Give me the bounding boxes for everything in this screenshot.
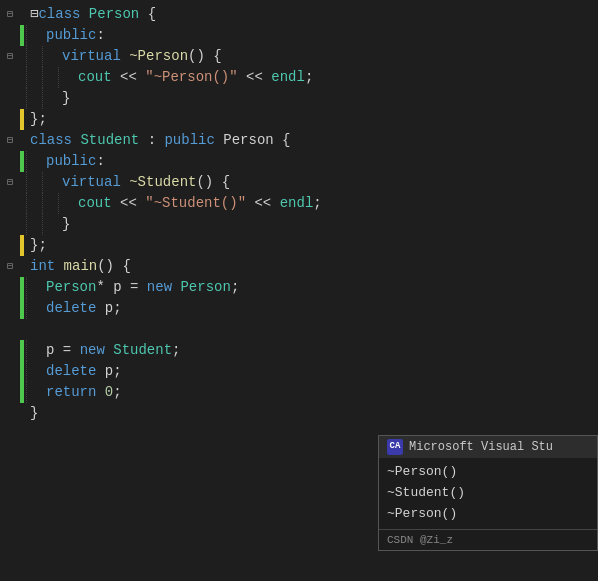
fold-button[interactable]: ⊟ xyxy=(7,52,13,62)
change-indicator xyxy=(20,277,24,298)
token: cout xyxy=(78,69,120,85)
token: p; xyxy=(105,300,122,316)
indent-guide xyxy=(26,88,42,109)
token: : xyxy=(139,132,164,148)
console-credit: CSDN @Zi_z xyxy=(387,534,453,546)
code-tokens: cout << "~Person()" << endl; xyxy=(74,67,598,88)
code-line: cout << "~Person()" << endl; xyxy=(0,67,598,88)
code-line: ⊟int main() { xyxy=(0,256,598,277)
token: : xyxy=(96,153,104,169)
indent-guides xyxy=(26,298,42,319)
gutter: ⊟ xyxy=(0,10,20,20)
indent-guides xyxy=(26,277,42,298)
token: ; xyxy=(231,279,239,295)
code-line: ⊟virtual ~Person() { xyxy=(0,46,598,67)
fold-button[interactable]: ⊟ xyxy=(7,262,13,272)
indent-guide xyxy=(26,214,42,235)
code-tokens: p = new Student; xyxy=(42,340,598,361)
token: 0 xyxy=(105,384,113,400)
change-indicator xyxy=(20,151,24,172)
token: << xyxy=(120,195,145,211)
token: } xyxy=(30,405,38,421)
change-indicator xyxy=(20,361,24,382)
indent-guide xyxy=(26,151,42,172)
token: return xyxy=(46,384,105,400)
code-tokens: public: xyxy=(42,25,598,46)
indent-guides xyxy=(26,151,42,172)
code-line: ⊟virtual ~Student() { xyxy=(0,172,598,193)
token: public xyxy=(46,27,96,43)
code-tokens: public: xyxy=(42,151,598,172)
gutter: ⊟ xyxy=(0,136,20,146)
fold-button[interactable]: ⊟ xyxy=(7,178,13,188)
code-line: } xyxy=(0,88,598,109)
indent-guide xyxy=(42,46,58,67)
gutter: ⊟ xyxy=(0,262,20,272)
token: cout xyxy=(78,195,120,211)
token: } xyxy=(62,216,70,232)
code-line: ⊟class Student : public Person { xyxy=(0,130,598,151)
token: main xyxy=(64,258,98,274)
indent-guide xyxy=(26,298,42,319)
token: ; xyxy=(313,195,321,211)
code-tokens: int main() { xyxy=(26,256,598,277)
indent-guides xyxy=(26,46,58,67)
code-line: cout << "~Student()" << endl; xyxy=(0,193,598,214)
indent-guide xyxy=(42,67,58,88)
token: << xyxy=(120,69,145,85)
indent-guides xyxy=(26,88,58,109)
code-tokens: }; xyxy=(26,235,598,256)
code-line: }; xyxy=(0,235,598,256)
code-line: delete p; xyxy=(0,298,598,319)
token: delete xyxy=(46,363,105,379)
console-line-1: ~Person() xyxy=(387,462,589,483)
token: Person { xyxy=(215,132,291,148)
token: * p = xyxy=(96,279,146,295)
code-tokens: virtual ~Student() { xyxy=(58,172,598,193)
token: Student xyxy=(113,342,172,358)
code-line: p = new Student; xyxy=(0,340,598,361)
gutter: ⊟ xyxy=(0,178,20,188)
indent-guide xyxy=(26,172,42,193)
console-line-3: ~Person() xyxy=(387,504,589,525)
indent-guide xyxy=(26,67,42,88)
token: << xyxy=(238,69,272,85)
token: << xyxy=(246,195,280,211)
token: "~Student()" xyxy=(145,195,246,211)
token: () { xyxy=(188,48,222,64)
indent-guides xyxy=(26,193,74,214)
token: new xyxy=(80,342,114,358)
token: class xyxy=(30,132,80,148)
indent-guide xyxy=(42,193,58,214)
token: p; xyxy=(105,363,122,379)
code-tokens: cout << "~Student()" << endl; xyxy=(74,193,598,214)
indent-guide xyxy=(58,67,74,88)
indent-guides xyxy=(26,361,42,382)
code-tokens: } xyxy=(58,214,598,235)
change-indicator xyxy=(20,382,24,403)
token: delete xyxy=(46,300,105,316)
indent-guide xyxy=(58,193,74,214)
fold-button[interactable]: ⊟ xyxy=(7,136,13,146)
code-tokens: }; xyxy=(26,109,598,130)
indent-guide xyxy=(26,277,42,298)
token: Student xyxy=(80,132,139,148)
console-app-icon: CA xyxy=(387,439,403,455)
console-footer: CSDN @Zi_z xyxy=(379,529,597,551)
change-indicator xyxy=(20,25,24,46)
code-line: public: xyxy=(0,25,598,46)
token: ~Student xyxy=(129,174,196,190)
token: ; xyxy=(172,342,180,358)
token: ~Person xyxy=(129,48,188,64)
token: = xyxy=(63,342,80,358)
token: public xyxy=(46,153,96,169)
console-line-2: ~Student() xyxy=(387,483,589,504)
code-line: return 0; xyxy=(0,382,598,403)
fold-button[interactable]: ⊟ xyxy=(7,10,13,20)
token: new xyxy=(147,279,181,295)
indent-guides xyxy=(26,214,58,235)
code-line: ⊟⊟class Person { xyxy=(0,4,598,25)
token: ; xyxy=(305,69,313,85)
code-tokens: delete p; xyxy=(42,361,598,382)
indent-guides xyxy=(26,172,58,193)
